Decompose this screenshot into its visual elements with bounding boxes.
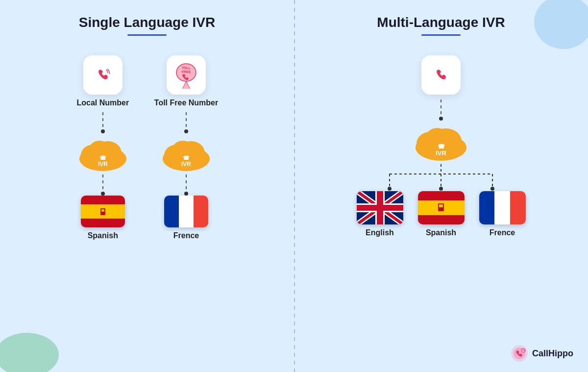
dashed-line-3 [186, 112, 187, 129]
uk-flag [357, 191, 403, 224]
svg-text:⚜: ⚜ [101, 211, 104, 214]
spanish-label: Spanish [88, 231, 118, 240]
spanish-flag-col: ⚜ Spanish [418, 191, 465, 237]
france-blue-left [164, 196, 179, 227]
svg-text:IVR: IVR [436, 149, 446, 157]
connector-line-3 [184, 112, 188, 133]
spain-red-bottom [81, 219, 125, 227]
spain-red-top [81, 196, 125, 204]
dashed-line-2 [102, 174, 103, 192]
toll-free-icon-box: TOLL FREE [167, 55, 206, 95]
spain-red-bottom-right [418, 215, 465, 224]
svg-text:TOLL: TOLL [182, 66, 191, 70]
dot-4 [184, 192, 188, 196]
single-lang-content: Local Number ☎ IVR [76, 55, 218, 240]
branch-lines [368, 164, 514, 191]
svg-rect-40 [357, 205, 403, 211]
multi-lang-flags: English ⚜ [357, 191, 526, 237]
local-number-label: Local Number [76, 99, 129, 107]
svg-point-30 [439, 187, 443, 191]
spain-yellow: ⚜ [81, 204, 125, 219]
dot-3 [184, 129, 188, 133]
branch-svg [368, 164, 514, 191]
local-ivr-cloud: ☎ IVR [76, 133, 130, 174]
france-white-right [494, 191, 510, 224]
france-red-right [510, 191, 526, 224]
dashed-line-4 [186, 174, 187, 192]
toll-free-column: TOLL FREE Toll Free Number [154, 55, 218, 240]
section-divider [294, 0, 295, 372]
uk-flag-svg [357, 191, 403, 224]
connector-line-2 [101, 174, 105, 196]
toll-free-inner: TOLL FREE [174, 62, 198, 89]
multi-ivr-underline [421, 34, 461, 36]
dot-1 [101, 129, 105, 133]
toll-free-label: Toll Free Number [154, 99, 218, 107]
multi-cloud-svg: ☎ IVR [412, 121, 470, 162]
right-panel: Multi-Language IVR ☎ [294, 0, 588, 372]
multi-connector-1 [439, 99, 443, 121]
svg-text:⚜: ⚜ [440, 207, 442, 210]
france-white-left [179, 196, 194, 227]
svg-text:☎: ☎ [183, 155, 190, 161]
spanish-label-right: Spanish [426, 228, 456, 237]
multi-dashed-1 [441, 99, 441, 117]
svg-text:☎: ☎ [438, 143, 445, 150]
france-red-left [194, 196, 208, 227]
spain-red-top-right [418, 191, 465, 200]
cloud-svg-1: ☎ IVR [76, 133, 130, 173]
france-blue-right [479, 191, 495, 224]
cloud-svg-2: ☎ IVR [159, 133, 213, 173]
single-ivr-title: Single Language IVR [79, 15, 215, 30]
connector-line-4 [184, 174, 188, 196]
svg-text:FREE: FREE [182, 70, 191, 74]
spain-yellow-right: ⚜ [418, 200, 465, 215]
phone-with-waves-icon [93, 65, 113, 85]
spain-flag: ⚜ [81, 196, 125, 227]
france-flag-right [479, 191, 526, 224]
svg-text:IVR: IVR [98, 161, 108, 168]
connector-line-1 [101, 112, 105, 133]
svg-point-29 [388, 187, 392, 191]
spain-coa-right: ⚜ [436, 202, 446, 213]
france-flag-left [164, 196, 208, 227]
left-panel: Single Language IVR Local Number [0, 0, 294, 372]
multi-phone-icon-box [421, 55, 461, 95]
svg-point-31 [490, 187, 494, 191]
spain-flag-right: ⚜ [418, 191, 465, 224]
multi-ivr-title: Multi-Language IVR [377, 15, 505, 30]
frence-label-right: Frence [490, 228, 515, 237]
multi-lang-content: ☎ IVR [357, 55, 526, 237]
svg-text:IVR: IVR [181, 161, 191, 168]
english-flag-col: English [357, 191, 403, 237]
spain-coat-of-arms: ⚜ [98, 207, 108, 217]
toll-free-svg: TOLL FREE [174, 62, 198, 89]
svg-text:☎: ☎ [99, 155, 106, 161]
single-ivr-underline [127, 34, 167, 36]
french-flag-col: Frence [479, 191, 526, 237]
multi-phone-icon [431, 65, 451, 85]
english-label: English [366, 228, 394, 237]
dot-2 [101, 192, 105, 196]
dashed-line-1 [102, 112, 103, 129]
multi-ivr-cloud: ☎ IVR [412, 121, 470, 164]
local-number-column: Local Number ☎ IVR [76, 55, 130, 240]
tollfree-ivr-cloud: ☎ IVR [159, 133, 213, 174]
local-number-icon-box [83, 55, 122, 95]
multi-dot-1 [439, 117, 443, 121]
frence-label-left: Frence [173, 231, 199, 240]
